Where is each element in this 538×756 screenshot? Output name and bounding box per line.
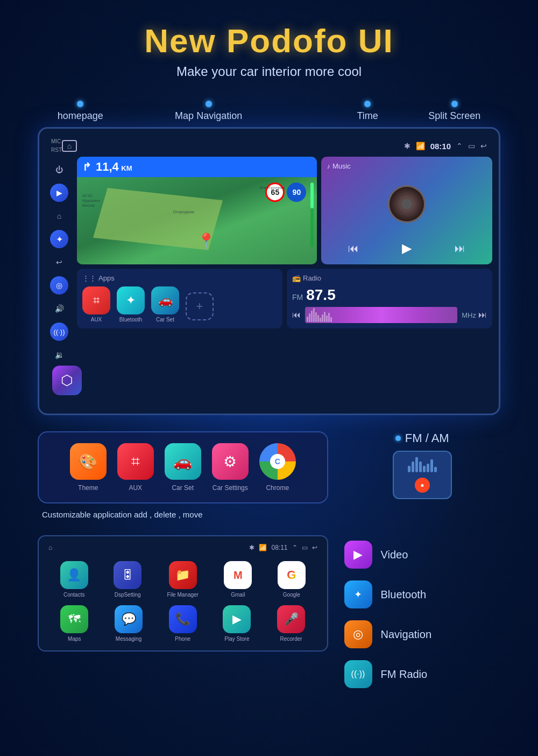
vol-down-btn[interactable]: 🔉 <box>51 346 68 363</box>
music-controls: ⏮ ▶ ⏭ <box>327 237 487 259</box>
radio-btn[interactable]: ((·)) <box>50 323 68 341</box>
fmam-antenna-5 <box>423 466 426 472</box>
app2-recorder[interactable]: 🎤 Recorder <box>277 605 305 642</box>
tray-item-theme[interactable]: 🎨 Theme <box>70 443 107 492</box>
screen-time: 08:10 <box>430 142 451 151</box>
tray-label-carsettings: Car Settings <box>213 484 248 492</box>
app2-icon-filemanager: 📁 <box>169 561 197 589</box>
home-icon[interactable]: ⌂ <box>62 140 77 152</box>
app2-filemanager[interactable]: 📁 File Manager <box>167 561 199 598</box>
apps-grid2: 👤 Contacts 🎛 DspSetting 📁 File Manager M… <box>44 558 322 645</box>
signal-icon: 📶 <box>416 142 425 150</box>
apps-section-title: ⋮⋮ Apps <box>82 274 277 282</box>
label-dot-time <box>364 101 371 107</box>
feature-label-fmradio: FM Radio <box>381 668 428 681</box>
label-time: Time <box>357 101 378 122</box>
app2-label-dspsetting: DspSetting <box>115 592 141 598</box>
music-play-btn[interactable]: ▶ <box>402 241 412 256</box>
app-tray-wrapper: 🎨 Theme ⌗ AUX 🚗 Car Set ⚙ Car Settings C… <box>38 431 328 519</box>
apps-row2-2: 🗺 Maps 💬 Messaging 📞 Phone ▶ Play Store <box>47 605 318 642</box>
fmam-antenna-1 <box>408 466 410 472</box>
screen-content: ⏻ ▶ ⌂ ✦ ↩ ◎ 🔊 ((·)) 🔉 ⬡ ↱ <box>46 157 492 407</box>
app2-maps[interactable]: 🗺 Maps <box>60 605 88 642</box>
app2-contacts[interactable]: 👤 Contacts <box>60 561 88 598</box>
music-next-btn[interactable]: ⏭ <box>455 242 465 255</box>
window-icon[interactable]: ▭ <box>468 142 475 150</box>
feature-list-wrapper: ▶ Video ✦ Bluetooth ◎ Navigation ((·)) F… <box>344 535 501 688</box>
app2-icon-google: G <box>278 561 306 589</box>
radio-section: 📻 Radio FM 87.5 ⏮ <box>287 269 492 328</box>
app2-google[interactable]: G Google <box>278 561 306 598</box>
app-item-add[interactable]: + <box>186 292 214 323</box>
fmam-antenna-7 <box>430 459 433 472</box>
feature-label-bluetooth: Bluetooth <box>381 589 427 601</box>
tray-item-carset[interactable]: 🚗 Car Set <box>165 443 201 492</box>
back-sidebar-btn[interactable]: ↩ <box>51 254 68 271</box>
expand-icon[interactable]: ⌃ <box>456 142 463 150</box>
app2-messaging[interactable]: 💬 Messaging <box>115 605 143 642</box>
home-sidebar-btn[interactable]: ⌂ <box>51 207 68 225</box>
second-screen-topbar: ⌂ ✱ 📶 08:11 ⌃ ▭ ↩ <box>44 542 322 554</box>
fmam-wrapper: FM / AM ● <box>344 431 501 499</box>
feature-bluetooth: ✦ Bluetooth <box>344 580 501 608</box>
feature-icon-fmradio: ((·)) <box>344 660 372 688</box>
music-area: ♪ Music ⏮ ▶ ⏭ <box>321 157 492 264</box>
tray-icon-carset: 🚗 <box>165 443 201 480</box>
tray-item-carsettings[interactable]: ⚙ Car Settings <box>212 443 249 492</box>
power-btn[interactable]: ⏻ <box>51 161 68 178</box>
second-expand-icon[interactable]: ⌃ <box>292 544 298 551</box>
fmam-antenna-2 <box>412 461 414 472</box>
bar-line-11 <box>328 313 330 322</box>
app2-icon-recorder: 🎤 <box>277 605 305 633</box>
feature-icon-bluetooth: ✦ <box>344 580 372 608</box>
radio-mhz-label: MHz <box>462 311 476 319</box>
second-window-icon[interactable]: ▭ <box>302 544 308 551</box>
radio-next-btn[interactable]: ⏭ <box>478 310 487 320</box>
section3: ⌂ ✱ 📶 08:11 ⌃ ▭ ↩ 👤 Contacts <box>38 535 500 688</box>
bar-line-3 <box>311 311 313 322</box>
bar-line-6 <box>317 315 319 322</box>
play-btn[interactable]: ▶ <box>50 184 68 202</box>
map-pin: 📍 <box>197 232 216 250</box>
fmam-antenna-3 <box>415 457 418 472</box>
map-nav-bar: ↱ 11,4 KM <box>77 157 317 177</box>
second-back-icon[interactable]: ↩ <box>312 544 317 551</box>
location-btn[interactable]: ◎ <box>50 276 68 295</box>
app2-dspsetting[interactable]: 🎛 DspSetting <box>114 561 141 598</box>
vol-up-btn[interactable]: 🔊 <box>51 300 68 317</box>
label-homepage: homepage <box>58 101 103 122</box>
music-prev-btn[interactable]: ⏮ <box>348 242 359 255</box>
fmam-antenna-8 <box>434 467 437 472</box>
app-item-aux[interactable]: ⌗ AUX <box>82 286 110 323</box>
bar-line-8 <box>322 314 323 322</box>
map-label-agzs: АГЗСКрушиноВесна <box>82 193 100 208</box>
app2-label-google: Google <box>283 592 300 598</box>
app2-playstore[interactable]: ▶ Play Store <box>223 605 251 642</box>
app-item-bluetooth[interactable]: ✦ Bluetooth <box>117 286 145 323</box>
tray-label-chrome: Chrome <box>266 484 289 492</box>
radio-prev-btn[interactable]: ⏮ <box>292 310 301 320</box>
bar-line-2 <box>309 313 310 322</box>
app2-gmail[interactable]: M Gmail <box>224 561 252 598</box>
bluetooth-btn[interactable]: ✦ <box>50 230 68 248</box>
app-item-carset[interactable]: 🚗 Car Set <box>151 286 179 323</box>
tray-icon-theme: 🎨 <box>70 443 107 480</box>
second-bluetooth-icon: ✱ <box>249 544 254 551</box>
main-title: New Podofo UI <box>0 22 538 60</box>
map-progress-bar <box>310 183 314 247</box>
map-turn-arrow: ↱ <box>82 160 91 173</box>
map-label-ogorodnik: Огородник <box>173 209 194 214</box>
apps-section: ⋮⋮ Apps ⌗ AUX ✦ Bluetooth <box>77 269 282 328</box>
radio-controls: ⏮ <box>292 307 487 323</box>
feature-icon-video: ▶ <box>344 541 372 569</box>
back-icon[interactable]: ↩ <box>480 142 487 150</box>
second-signal-icon: 📶 <box>259 544 267 551</box>
fmam-icon: ● <box>393 451 452 499</box>
subtitle: Make your car interior more cool <box>0 64 538 79</box>
app2-phone[interactable]: 📞 Phone <box>169 605 197 642</box>
corner-hex-icon[interactable]: ⬡ <box>52 366 82 395</box>
tray-item-aux[interactable]: ⌗ AUX <box>117 443 154 492</box>
speed-sign-90: 90 <box>287 183 306 202</box>
label-dot-split <box>451 101 458 107</box>
tray-item-chrome[interactable]: C Chrome <box>259 443 296 492</box>
